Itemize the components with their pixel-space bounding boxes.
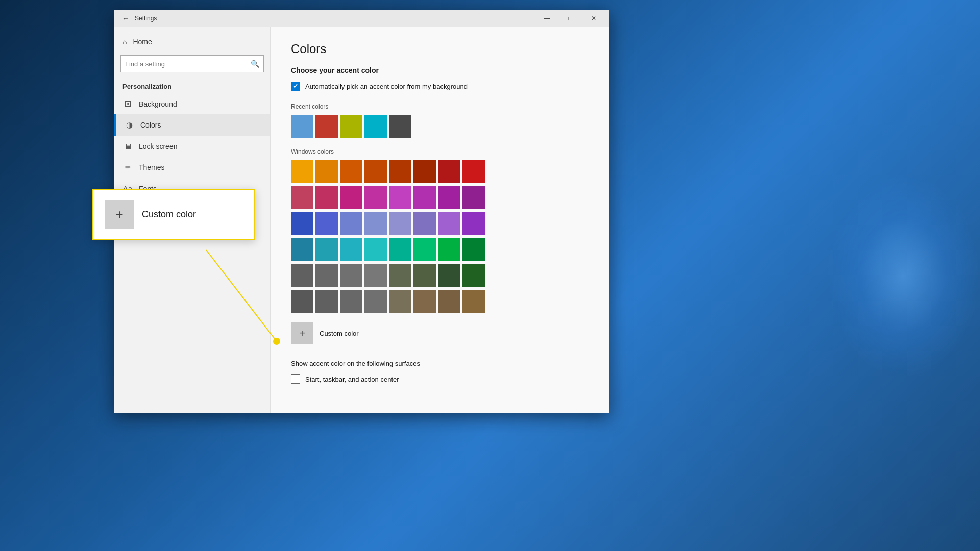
recent-color-3[interactable] — [340, 115, 362, 138]
color-swatch[interactable] — [438, 212, 460, 235]
color-swatch[interactable] — [438, 186, 460, 209]
sidebar-item-lock-screen[interactable]: 🖥 Lock screen — [114, 136, 270, 157]
color-swatch[interactable] — [364, 160, 387, 183]
auto-pick-row: Automatically pick an accent color from … — [291, 82, 589, 91]
color-swatch[interactable] — [413, 186, 436, 209]
color-swatch[interactable] — [315, 186, 338, 209]
window-controls: — □ ✕ — [535, 10, 605, 27]
home-icon: ⌂ — [122, 38, 127, 46]
desktop-glow — [827, 173, 980, 378]
close-button[interactable]: ✕ — [582, 10, 605, 27]
lock-screen-label: Lock screen — [139, 142, 177, 151]
color-swatch[interactable] — [364, 264, 387, 287]
start-taskbar-checkbox[interactable] — [291, 374, 300, 384]
color-swatch[interactable] — [340, 160, 362, 183]
recent-color-2[interactable] — [315, 115, 338, 138]
color-swatch[interactable] — [389, 238, 411, 261]
color-swatch[interactable] — [340, 212, 362, 235]
recent-color-4[interactable] — [364, 115, 387, 138]
color-swatch[interactable] — [389, 212, 411, 235]
color-swatch[interactable] — [438, 160, 460, 183]
color-row-2 — [291, 186, 589, 209]
color-swatch[interactable] — [315, 238, 338, 261]
recent-color-1[interactable] — [291, 115, 313, 138]
search-input[interactable] — [125, 60, 251, 68]
color-swatch[interactable] — [291, 238, 313, 261]
recent-colors-row — [291, 115, 589, 138]
color-swatch[interactable] — [462, 186, 485, 209]
surfaces-title: Show accent color on the following surfa… — [291, 360, 589, 367]
color-swatch[interactable] — [340, 290, 362, 313]
colors-icon: ◑ — [124, 120, 134, 130]
color-swatch[interactable] — [438, 238, 460, 261]
color-row-6 — [291, 290, 589, 313]
color-swatch[interactable] — [389, 160, 411, 183]
color-row-5 — [291, 264, 589, 287]
color-swatch[interactable] — [413, 160, 436, 183]
themes-label: Themes — [139, 163, 165, 171]
color-swatch[interactable] — [413, 212, 436, 235]
color-swatch[interactable] — [413, 290, 436, 313]
search-box[interactable]: 🔍 — [120, 55, 264, 72]
sidebar-item-themes[interactable]: ✏ Themes — [114, 157, 270, 178]
color-swatch[interactable] — [291, 186, 313, 209]
custom-color-label: Custom color — [320, 330, 359, 337]
color-swatch[interactable] — [364, 238, 387, 261]
auto-pick-label: Automatically pick an accent color from … — [305, 83, 468, 90]
tooltip-label: Custom color — [142, 209, 196, 220]
color-swatch[interactable] — [462, 160, 485, 183]
lock-screen-icon: 🖥 — [122, 142, 133, 151]
color-swatch[interactable] — [364, 290, 387, 313]
start-taskbar-row: Start, taskbar, and action center — [291, 374, 589, 384]
color-swatch[interactable] — [438, 290, 460, 313]
personalization-title: Personalization — [114, 77, 270, 93]
tooltip-plus-box: + — [105, 200, 134, 229]
color-swatch[interactable] — [438, 264, 460, 287]
color-swatch[interactable] — [364, 212, 387, 235]
color-swatch[interactable] — [462, 212, 485, 235]
color-swatch[interactable] — [340, 264, 362, 287]
color-swatch[interactable] — [462, 264, 485, 287]
auto-pick-checkbox[interactable] — [291, 82, 300, 91]
recent-color-5[interactable] — [389, 115, 411, 138]
window-title: Settings — [135, 15, 535, 22]
title-bar: ← Settings — □ ✕ — [114, 10, 609, 27]
start-taskbar-label: Start, taskbar, and action center — [305, 375, 399, 383]
color-row-3 — [291, 212, 589, 235]
plus-icon: + — [299, 328, 305, 339]
color-swatch[interactable] — [340, 186, 362, 209]
color-swatch[interactable] — [389, 290, 411, 313]
color-swatch[interactable] — [462, 238, 485, 261]
tooltip-plus-icon: + — [115, 207, 123, 222]
custom-color-plus-box: + — [291, 322, 313, 344]
sidebar-item-home[interactable]: ⌂ Home — [114, 33, 270, 51]
color-swatch[interactable] — [315, 290, 338, 313]
color-swatch[interactable] — [315, 160, 338, 183]
color-swatch[interactable] — [364, 186, 387, 209]
color-swatch[interactable] — [291, 264, 313, 287]
custom-color-tooltip: + Custom color — [92, 189, 255, 240]
colors-label: Colors — [140, 121, 161, 129]
color-swatch[interactable] — [413, 264, 436, 287]
content-area: Colors Choose your accent color Automati… — [271, 27, 609, 413]
color-swatch[interactable] — [291, 160, 313, 183]
color-swatch[interactable] — [315, 212, 338, 235]
color-swatch[interactable] — [462, 290, 485, 313]
sidebar-item-background[interactable]: 🖼 Background — [114, 93, 270, 114]
minimize-button[interactable]: — — [535, 10, 558, 27]
yellow-dot — [273, 338, 280, 345]
color-swatch[interactable] — [291, 212, 313, 235]
color-swatch[interactable] — [389, 264, 411, 287]
windows-colors-grid — [291, 160, 589, 315]
sidebar-item-colors[interactable]: ◑ Colors — [114, 114, 270, 136]
back-button[interactable]: ← — [118, 11, 133, 26]
color-swatch[interactable] — [413, 238, 436, 261]
color-swatch[interactable] — [389, 186, 411, 209]
color-swatch[interactable] — [340, 238, 362, 261]
maximize-button[interactable]: □ — [558, 10, 582, 27]
color-swatch[interactable] — [315, 264, 338, 287]
color-row-1 — [291, 160, 589, 183]
color-swatch[interactable] — [291, 290, 313, 313]
custom-color-button[interactable]: + Custom color — [291, 322, 589, 344]
background-icon: 🖼 — [122, 99, 133, 108]
